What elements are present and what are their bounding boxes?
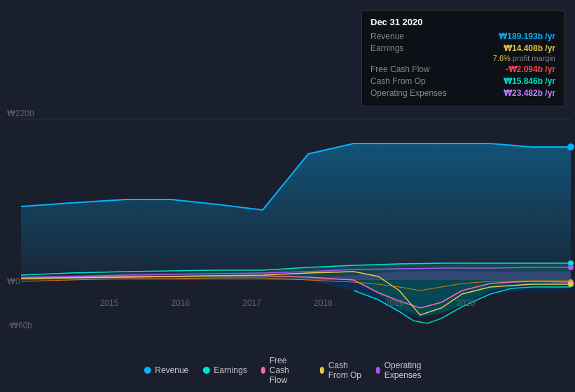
cashop-dot xyxy=(568,281,574,287)
legend-revenue-dot xyxy=(144,367,151,374)
tooltip-fcf-label: Free Cash Flow xyxy=(370,64,455,74)
tooltip-revenue-label: Revenue xyxy=(370,31,455,41)
revenue-dot xyxy=(567,144,574,150)
x-label-2017: 2017 xyxy=(242,298,261,308)
legend-fcf[interactable]: Free Cash Flow xyxy=(261,356,306,385)
opex-dot xyxy=(568,265,574,270)
legend-cashop-dot xyxy=(320,367,324,374)
y-label-top: ₩220b xyxy=(7,108,34,118)
tooltip-date: Dec 31 2020 xyxy=(370,17,555,27)
tooltip-earnings-value: ₩14.408b /yr xyxy=(504,43,555,53)
tooltip-revenue-value: ₩189.193b /yr xyxy=(499,31,555,41)
tooltip-fcf-value: -₩2.094b /yr xyxy=(506,64,555,74)
y-label-bot: -₩60b xyxy=(7,321,32,330)
tooltip-opex-label: Operating Expenses xyxy=(370,88,455,98)
tooltip-cashop-label: Cash From Op xyxy=(370,76,455,86)
legend-cashop[interactable]: Cash From Op xyxy=(320,360,362,380)
tooltip-earnings: Earnings ₩14.408b /yr xyxy=(370,43,555,53)
revenue-area xyxy=(21,144,571,280)
legend-earnings-label: Earnings xyxy=(214,365,247,375)
legend-opex-dot xyxy=(376,367,380,374)
legend-revenue-label: Revenue xyxy=(155,365,188,375)
chart-area: ₩220b ₩0 -₩60b 2015 2016 2017 2018 2019 … xyxy=(0,0,575,357)
x-label-2015: 2015 xyxy=(100,298,119,308)
x-label-2018: 2018 xyxy=(314,298,333,308)
tooltip-cashop-value: ₩15.846b /yr xyxy=(504,76,555,86)
tooltip-cashop: Cash From Op ₩15.846b /yr xyxy=(370,76,555,86)
tooltip-opex-value: ₩23.482b /yr xyxy=(504,88,555,98)
tooltip-box: Dec 31 2020 Revenue ₩189.193b /yr Earnin… xyxy=(361,10,564,106)
legend-fcf-dot xyxy=(261,367,265,374)
tooltip-opex: Operating Expenses ₩23.482b /yr xyxy=(370,88,555,98)
x-labels: 2015 2016 2017 2018 2019 2020 xyxy=(0,298,575,308)
legend-opex-label: Operating Expenses xyxy=(385,360,431,380)
legend-cashop-label: Cash From Op xyxy=(328,360,362,380)
legend-opex[interactable]: Operating Expenses xyxy=(376,360,431,380)
legend-earnings-dot xyxy=(202,367,209,374)
legend-fcf-label: Free Cash Flow xyxy=(270,356,306,385)
legend-earnings[interactable]: Earnings xyxy=(202,365,247,375)
x-label-2020: 2020 xyxy=(457,298,476,308)
x-label-2019: 2019 xyxy=(385,298,404,308)
legend-revenue[interactable]: Revenue xyxy=(144,365,188,375)
x-label-2016: 2016 xyxy=(171,298,190,308)
profit-margin: 7.6% profit margin xyxy=(370,54,555,62)
legend: Revenue Earnings Free Cash Flow Cash Fro… xyxy=(144,356,431,385)
y-label-mid: ₩0 xyxy=(7,276,20,286)
tooltip-earnings-label: Earnings xyxy=(370,43,455,53)
tooltip-revenue: Revenue ₩189.193b /yr xyxy=(370,31,555,41)
tooltip-fcf: Free Cash Flow -₩2.094b /yr xyxy=(370,64,555,74)
